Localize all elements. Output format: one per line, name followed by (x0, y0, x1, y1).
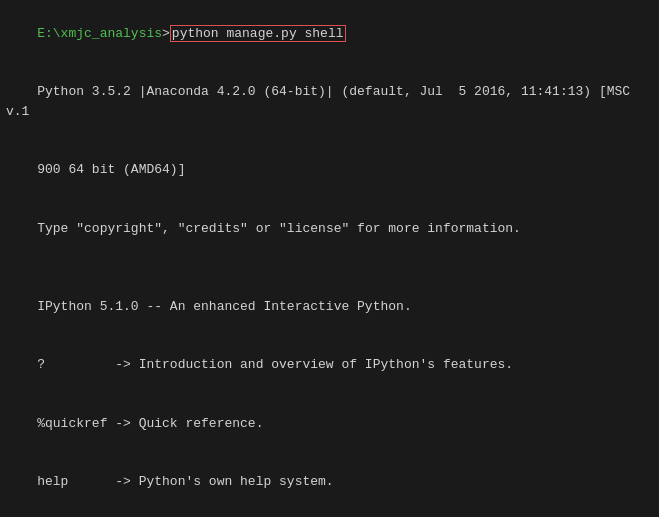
help-line-1: ? -> Introduction and overview of IPytho… (6, 336, 653, 395)
prompt-path: E:\xmjc_analysis (37, 26, 162, 41)
help-line-4: object? -> Details about 'object', use '… (6, 511, 653, 517)
cmd-command: python manage.py shell (170, 25, 346, 42)
help-line-3: help -> Python's own help system. (6, 453, 653, 512)
help-line-2: %quickref -> Quick reference. (6, 394, 653, 453)
type-info-line: Type "copyright", "credits" or "license"… (6, 199, 653, 258)
terminal-window: E:\xmjc_analysis>python manage.py shell … (0, 0, 659, 517)
python-version-line: Python 3.5.2 |Anaconda 4.2.0 (64-bit)| (… (6, 63, 653, 141)
ipython-version-line: IPython 5.1.0 -- An enhanced Interactive… (6, 277, 653, 336)
cmd-prompt-line: E:\xmjc_analysis>python manage.py shell (6, 4, 653, 63)
blank-line (6, 258, 653, 278)
python-version-line2: 900 64 bit (AMD64)] (6, 141, 653, 200)
